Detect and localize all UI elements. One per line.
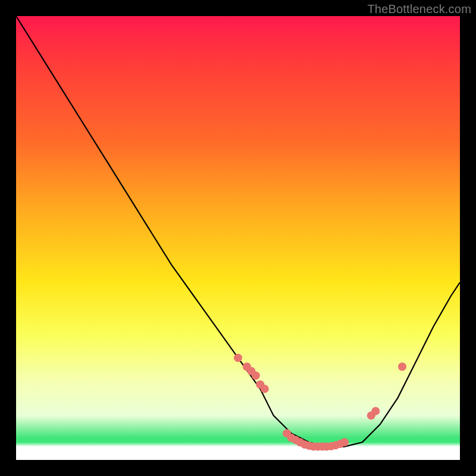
curve-layer — [16, 16, 460, 447]
scatter-dot — [261, 385, 269, 393]
bottleneck-curve — [16, 16, 460, 447]
scatter-dot — [234, 353, 242, 362]
chart-svg — [16, 16, 460, 460]
scatter-dot — [340, 438, 349, 446]
scatter-dots — [234, 353, 406, 450]
chart-frame: TheBottleneck.com — [0, 0, 476, 476]
scatter-dot — [252, 371, 260, 380]
watermark-text: TheBottleneck.com — [367, 2, 471, 16]
scatter-dot — [398, 362, 406, 371]
scatter-dot — [371, 407, 380, 415]
